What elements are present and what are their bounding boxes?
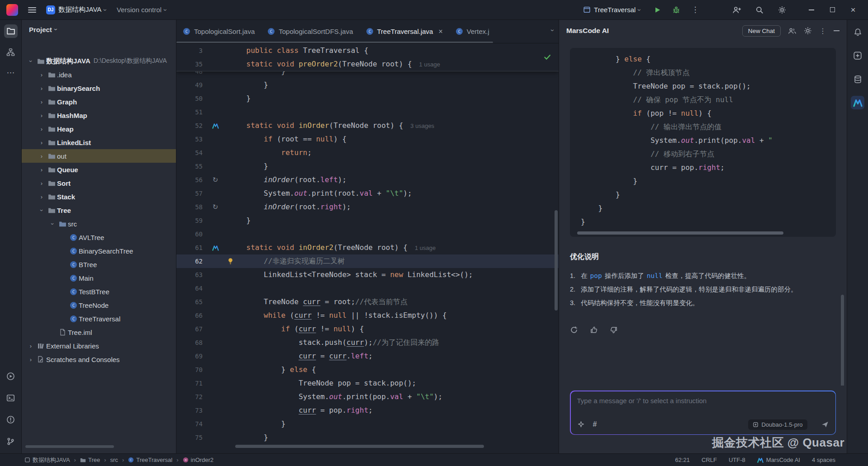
line-number[interactable]: 53	[176, 132, 205, 146]
line-number[interactable]: 75	[176, 431, 205, 444]
project-tree-item-LinkedList[interactable]: ›LinkedList	[22, 136, 176, 149]
tree-chevron-icon[interactable]: ›	[37, 126, 46, 132]
line-number[interactable]: 51	[176, 105, 205, 119]
usages-inlay[interactable]: 1 usage	[419, 61, 440, 68]
line-number[interactable]: 64	[176, 282, 205, 295]
project-tree-item-binarySearch[interactable]: ›binarySearch	[22, 81, 176, 95]
tree-chevron-icon[interactable]: ›	[49, 219, 56, 228]
vcs-widget[interactable]: Version control ›	[113, 4, 171, 16]
project-tree-item-BinarySearchTree[interactable]: CBinarySearchTree	[22, 244, 176, 258]
breadcrumb-TreeTraversal[interactable]: CTreeTraversal	[128, 457, 172, 463]
tree-chevron-icon[interactable]: ›	[37, 99, 46, 105]
breadcrumb-JAVA[interactable]: 数据结构JAVA	[24, 456, 70, 464]
hash-context-icon[interactable]: #	[593, 420, 597, 428]
code-line-59[interactable]: 59 }	[176, 214, 559, 227]
code-line-50[interactable]: 50 }	[176, 92, 559, 105]
code-line-70[interactable]: 70 } else {	[176, 363, 559, 377]
window-close-button[interactable]: ×	[843, 0, 863, 20]
line-number[interactable]: 61	[176, 241, 205, 254]
marscode-gutter-icon[interactable]	[212, 245, 219, 251]
usages-inlay[interactable]: 3 usages	[410, 122, 434, 129]
ai-assistant-button[interactable]	[851, 49, 864, 62]
chat-scrollbar[interactable]	[841, 295, 844, 386]
project-tree-item-Main[interactable]: CMain	[22, 271, 176, 285]
code-line-61[interactable]: 61 static void inOrder2(TreeNode root) {…	[176, 241, 559, 254]
editor-vertical-scrollbar[interactable]	[555, 210, 558, 311]
code-line-60[interactable]: 60	[176, 227, 559, 241]
code-line-69[interactable]: 69 curr = curr.left;	[176, 349, 559, 363]
inspections-ok-icon[interactable]	[543, 53, 551, 61]
line-number[interactable]: 73	[176, 404, 205, 417]
line-number[interactable]: 72	[176, 390, 205, 404]
editor-tab[interactable]: CTopologicalSort.java	[176, 20, 261, 43]
line-number[interactable]: 56	[176, 173, 205, 187]
status-widget-4-spaces[interactable]: 4 spaces	[812, 457, 835, 463]
line-number[interactable]: 62	[176, 254, 205, 268]
code-line-65[interactable]: 65 TreeNode curr = root;//代表当前节点	[176, 295, 559, 309]
git-tool-window-button[interactable]	[4, 434, 18, 448]
code-line-67[interactable]: 67 if (curr != null) {	[176, 322, 559, 336]
code-line-73[interactable]: 73 curr = pop.right;	[176, 404, 559, 417]
window-minimize-button[interactable]	[801, 0, 822, 20]
marscode-tool-window-button[interactable]	[851, 96, 864, 109]
run-tool-window-button[interactable]	[4, 369, 18, 383]
tree-chevron-icon[interactable]: ›	[37, 71, 46, 78]
tree-chevron-icon[interactable]: ›	[28, 56, 34, 66]
project-tree-item-Graph[interactable]: ›Graph	[22, 95, 176, 108]
tree-chevron-icon[interactable]: ›	[37, 180, 46, 187]
status-widget-CRLF[interactable]: CRLF	[702, 457, 717, 463]
line-number[interactable]: 50	[176, 92, 205, 105]
editor-tab[interactable]: CVertex.java	[449, 20, 489, 43]
project-tree-item-BTree[interactable]: CBTree	[22, 258, 176, 271]
debug-button[interactable]	[670, 4, 683, 16]
editor-horizontal-scrollbar[interactable]	[235, 445, 484, 448]
line-number[interactable]: 68	[176, 336, 205, 349]
code-line-68[interactable]: 68 stack.push(curr);//为了记住回来的路	[176, 336, 559, 349]
marscode-gutter-icon[interactable]	[212, 122, 219, 129]
notifications-bell-icon[interactable]	[851, 25, 864, 39]
thumbs-down-icon[interactable]	[610, 326, 618, 334]
commands-sparkle-icon[interactable]	[577, 421, 585, 428]
recursive-call-icon[interactable]: ↻	[213, 200, 218, 214]
more-tool-windows-icon[interactable]: ⋯	[4, 66, 18, 80]
tree-chevron-icon[interactable]: ›	[37, 85, 46, 92]
code-line-53[interactable]: 53 if (root == null) {	[176, 132, 559, 146]
editor-tab[interactable]: CTreeTraversal.java×	[360, 20, 449, 43]
run-configuration-widget[interactable]: TreeTraversal ›	[579, 4, 645, 16]
project-tree-item-ScratchesandConsoles[interactable]: ›Scratches and Consoles	[22, 353, 176, 366]
tree-chevron-icon[interactable]: ›	[37, 166, 46, 173]
editor-tab[interactable]: CTopologicalSortDFS.java	[261, 20, 359, 43]
regenerate-icon[interactable]	[570, 326, 578, 334]
line-number[interactable]: 69	[176, 349, 205, 363]
code-block-scrollbar[interactable]	[577, 231, 783, 235]
problems-tool-window-button[interactable]	[4, 413, 18, 426]
run-button[interactable]	[651, 4, 664, 16]
project-horizontal-scrollbar[interactable]	[25, 445, 114, 448]
structure-tool-window-button[interactable]	[4, 45, 18, 59]
code-line-63[interactable]: 63 LinkedList<TreeNode> stack = new Link…	[176, 268, 559, 282]
project-tree-item-Queue[interactable]: ›Queue	[22, 163, 176, 176]
line-number[interactable]: 67	[176, 322, 205, 336]
line-number[interactable]: 35	[176, 57, 205, 71]
thumbs-up-icon[interactable]	[590, 326, 598, 334]
search-everywhere-icon[interactable]	[753, 4, 766, 16]
breadcrumb-Tree[interactable]: Tree	[80, 457, 100, 463]
project-tree-item-TreeTraversal[interactable]: CTreeTraversal	[22, 312, 176, 325]
send-message-icon[interactable]	[821, 420, 829, 428]
code-line-64[interactable]: 64	[176, 282, 559, 295]
tab-close-icon[interactable]: ×	[438, 28, 442, 36]
project-tree-item-HashMap[interactable]: ›HashMap	[22, 108, 176, 122]
project-tree-item-Sort[interactable]: ›Sort	[22, 176, 176, 190]
project-tree-item-JAVA[interactable]: ›数据结构JAVAD:\Desktop\数据结构JAVA	[22, 54, 176, 68]
code-line-62[interactable]: 62 //非递归实现遍历二叉树	[176, 254, 559, 268]
breadcrumb-src[interactable]: src	[110, 457, 118, 463]
line-number[interactable]: 60	[176, 227, 205, 241]
project-tree-item-.idea[interactable]: ›.idea	[22, 68, 176, 81]
intention-bulb-icon[interactable]	[227, 258, 234, 265]
project-widget[interactable]: DJ 数据结构JAVA ›	[43, 3, 110, 17]
line-number[interactable]: 70	[176, 363, 205, 377]
model-selector[interactable]: Doubao-1.5-pro	[748, 419, 807, 430]
code-line-51[interactable]: 51	[176, 105, 559, 119]
code-line-75[interactable]: 75 }	[176, 431, 559, 444]
tree-chevron-icon[interactable]: ›	[37, 139, 46, 146]
